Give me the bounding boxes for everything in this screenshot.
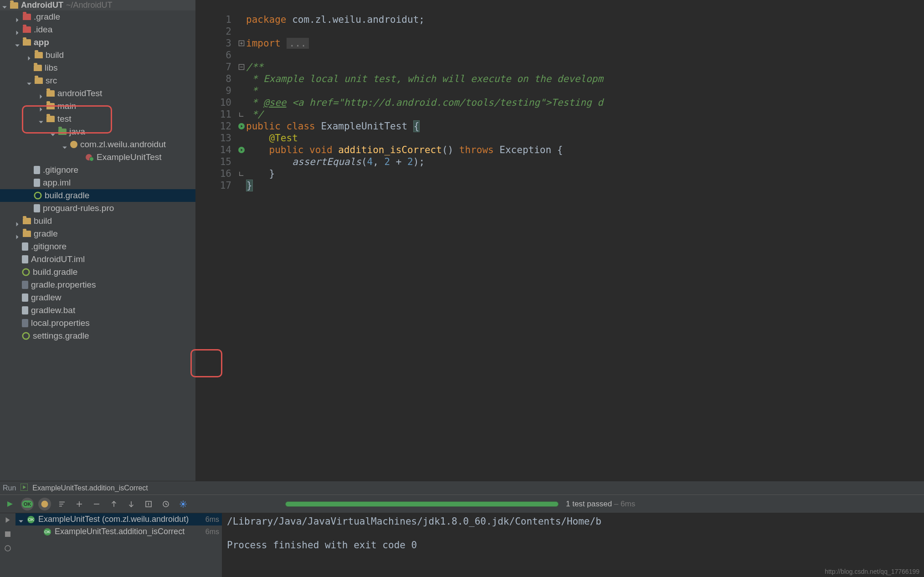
folder-icon [46,103,55,109]
tree-item-test[interactable]: test [0,113,195,125]
tree-item-gradlew[interactable]: gradlew [0,291,195,304]
chevron-down-icon [62,142,67,147]
tree-item-root-build-gradle[interactable]: build.gradle [0,266,195,278]
tree-item-app-build[interactable]: build [0,49,195,62]
folder-icon [34,65,42,71]
file-icon [22,306,28,314]
tree-label: AndroidUT.iml [31,253,85,265]
prev-test-button[interactable] [108,498,120,510]
test-time: 6ms [205,528,219,536]
test-time: 6ms [205,515,219,524]
package-icon [70,141,77,148]
tree-item-gradle-dir[interactable]: gradle [0,227,195,240]
settings-button[interactable] [177,498,190,510]
tree-item-proguard[interactable]: proguard-rules.pro [0,202,195,215]
tree-item-idea[interactable]: .idea [0,23,195,36]
tree-item-gradle[interactable]: .gradle [0,10,195,23]
test-folder-icon [58,129,67,135]
fold-close-icon[interactable] [237,168,246,180]
test-tree[interactable]: OK ExampleUnitTest (com.zl.weilu.android… [15,513,222,577]
tree-label: test [57,113,72,125]
gutter-marks [237,0,246,481]
properties-icon [22,319,28,327]
stop-icon[interactable] [4,530,12,541]
show-ignored-toggle[interactable] [38,498,51,510]
tree-item-root-gitignore[interactable]: .gitignore [0,240,195,253]
tree-label: com.zl.weilu.androidut [80,139,166,150]
show-passed-toggle[interactable]: OK [21,498,34,510]
tree-label: .gitignore [31,241,67,252]
rerun-button[interactable] [4,498,16,510]
tree-label: proguard-rules.pro [43,202,114,214]
collapse-all-button[interactable] [90,498,103,510]
chevron-down-icon [50,129,56,134]
run-config-name[interactable]: ExampleUnitTest.addition_isCorrect [32,484,148,492]
tree-item-main[interactable]: main [0,100,195,113]
run-left-gutter [0,513,15,577]
file-icon [34,204,40,212]
tree-item-build[interactable]: build [0,215,195,227]
run-gutter-icon[interactable] [237,120,246,132]
tree-item-android-iml[interactable]: AndroidUT.iml [0,253,195,266]
tree-label: build.gradle [45,190,89,201]
tree-item-app-libs[interactable]: libs [0,62,195,74]
folder-icon [23,218,31,224]
project-root[interactable]: AndroidUT ~/AndroidUT [0,0,195,10]
tree-item-exampleunittest[interactable]: ExampleUnitTest [0,151,195,164]
folder-icon [46,116,55,122]
chevron-right-icon [38,103,44,109]
watermark: http://blog.csdn.net/qq_17766199 [825,568,919,575]
run-tab-label[interactable]: Run [3,484,16,492]
test-name: ExampleUnitTest.addition_isCorrect [55,527,202,536]
folder-icon [23,26,31,33]
console-output[interactable]: /Library/Java/JavaVirtualMachines/jdk1.8… [222,513,924,577]
console-line: Process finished with exit code 0 [227,540,919,551]
fold-close-icon[interactable] [237,108,246,120]
next-test-button[interactable] [125,498,138,510]
test-row-root[interactable]: OK ExampleUnitTest (com.zl.weilu.android… [15,513,222,525]
tree-item-settings-gradle[interactable]: settings.gradle [0,330,195,342]
tree-item-androidtest[interactable]: androidTest [0,87,195,100]
chevron-right-icon [15,14,20,20]
tree-item-gradlew-bat[interactable]: gradlew.bat [0,304,195,317]
tree-item-java[interactable]: java [0,125,195,138]
tree-item-app-iml[interactable]: app.iml [0,176,195,189]
export-button[interactable] [142,498,155,510]
tree-label: .gitignore [43,164,78,176]
run-gutter-icon[interactable] [237,144,246,156]
test-name: ExampleUnitTest (com.zl.weilu.androidut) [38,515,202,524]
chevron-right-icon [38,91,44,96]
fold-icon[interactable] [237,37,246,49]
tree-item-package[interactable]: com.zl.weilu.androidut [0,138,195,151]
code-editor[interactable]: 1 2 3 6 7 8 9 10 11 12 13 14 15 16 17 [196,0,924,481]
tree-label: libs [45,62,58,74]
svg-point-11 [182,503,185,505]
project-tree[interactable]: AndroidUT ~/AndroidUT .gradle .idea app … [0,0,196,481]
tree-label: settings.gradle [33,330,89,342]
tree-item-local-properties[interactable]: local.properties [0,317,195,330]
module-icon [23,39,31,46]
fold-open-icon[interactable] [237,61,246,73]
tree-item-build-gradle[interactable]: build.gradle [0,189,195,202]
tree-item-gitignore[interactable]: .gitignore [0,164,195,176]
rerun-icon[interactable] [4,516,12,526]
tree-item-app-src[interactable]: src [0,74,195,87]
code-content[interactable]: package com.zl.weilu.androidut; import .… [246,0,603,481]
file-icon [22,294,28,302]
test-summary: 1 test passed – 6ms [566,500,635,509]
history-button[interactable] [159,498,172,510]
project-path: ~/AndroidUT [66,0,113,10]
tree-item-app[interactable]: app [0,36,195,49]
sort-button[interactable] [56,498,68,510]
test-pass-icon: OK [27,516,35,523]
test-row-child[interactable]: OK ExampleUnitTest.addition_isCorrect 6m… [15,525,222,538]
chevron-down-icon [15,40,20,45]
pin-icon[interactable] [4,544,12,555]
test-progress-bar [285,501,559,507]
tree-label: build [46,49,64,61]
tree-item-gradle-properties[interactable]: gradle.properties [0,278,195,291]
expand-all-button[interactable] [73,498,86,510]
test-class-icon [86,153,94,161]
properties-icon [22,281,28,289]
tree-label: app [34,36,49,48]
